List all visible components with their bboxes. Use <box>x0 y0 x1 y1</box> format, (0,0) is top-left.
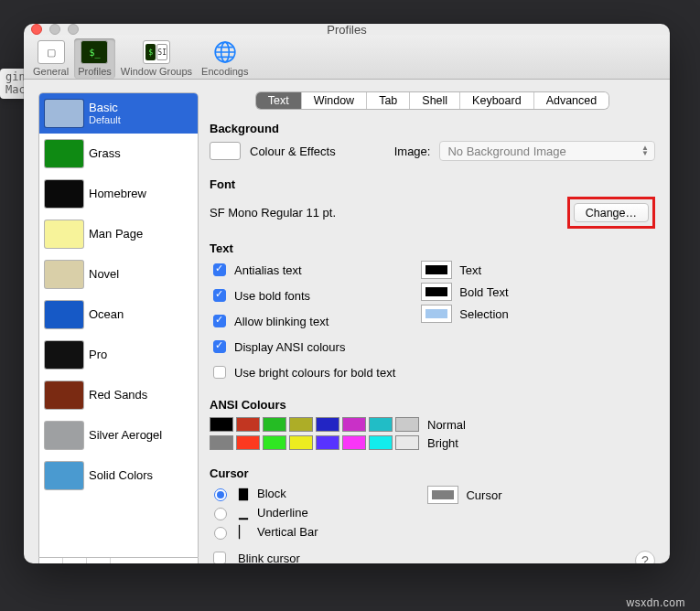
profile-item-pro[interactable]: Pro <box>39 335 198 375</box>
window-title: Profiles <box>24 24 670 37</box>
profiles-window: Profiles ▢ General $_ Profiles $SI Windo… <box>24 24 670 563</box>
ansi-colours-checkbox[interactable] <box>213 340 226 353</box>
ansi-colours-section: ANSI Colours Normal Bright <box>210 398 655 454</box>
tab-window[interactable]: Window <box>302 92 367 109</box>
profile-thumb <box>45 301 83 328</box>
background-colour-well[interactable] <box>210 142 241 160</box>
profile-item-basic[interactable]: BasicDefault <box>39 93 198 134</box>
background-section: Background Colour & Effects Image: No Ba… <box>210 122 655 165</box>
toolbar-encodings[interactable]: Encodings <box>198 38 252 79</box>
ansi-swatch[interactable] <box>236 435 260 450</box>
ansi-label: Display ANSI colours <box>234 340 345 354</box>
tab-keyboard[interactable]: Keyboard <box>460 92 534 109</box>
settings-panel: TextWindowTabShellKeyboardAdvanced Backg… <box>210 92 655 563</box>
bright-bold-checkbox[interactable] <box>213 366 226 379</box>
ansi-swatch[interactable] <box>263 435 286 450</box>
bright-bold-label: Use bright colours for bold text <box>234 366 395 380</box>
tab-advanced[interactable]: Advanced <box>534 92 609 109</box>
blinking-checkbox[interactable] <box>213 315 226 327</box>
bold-colour-well[interactable] <box>421 283 452 301</box>
ansi-swatch[interactable] <box>316 417 339 432</box>
profile-item-red-sands[interactable]: Red Sands <box>39 375 198 415</box>
profile-name: Basic <box>89 102 121 114</box>
profiles-list[interactable]: BasicDefault Grass Homebrew Man Page Nov… <box>38 92 199 558</box>
profile-item-man-page[interactable]: Man Page <box>39 214 198 254</box>
cursor-section: Cursor ▇Block ▁Underline ▏Vertical Bar B… <box>210 466 655 563</box>
toolbar-general-label: General <box>33 66 69 77</box>
ansi-swatch[interactable] <box>369 417 393 432</box>
profile-item-homebrew[interactable]: Homebrew <box>39 174 198 214</box>
profile-thumb <box>45 381 83 409</box>
profile-thumb <box>45 261 83 288</box>
ansi-row-label: Normal <box>427 418 466 432</box>
ansi-swatch[interactable] <box>289 435 313 450</box>
profile-name: Novel <box>89 268 119 281</box>
text-colour-well[interactable] <box>421 261 452 279</box>
font-heading: Font <box>210 177 655 191</box>
background-image-select[interactable]: No Background Image ▲▼ <box>439 141 655 161</box>
profile-item-silver-aerogel[interactable]: Silver Aerogel <box>39 415 198 456</box>
profiles-sidebar: BasicDefault Grass Homebrew Man Page Nov… <box>38 92 199 563</box>
ansi-swatch[interactable] <box>395 417 419 432</box>
ansi-swatch[interactable] <box>289 417 313 432</box>
profile-thumb <box>45 100 83 127</box>
help-button[interactable]: ? <box>635 551 655 563</box>
text-section: Text Antialias text Use bold fonts Allow… <box>210 241 655 385</box>
toolbar-profiles[interactable]: $_ Profiles <box>74 38 115 79</box>
image-label: Image: <box>394 145 431 158</box>
colour-effects-label: Colour & Effects <box>250 145 336 158</box>
cursor-underline-radio[interactable] <box>214 508 227 520</box>
toolbar-window-groups[interactable]: $SI Window Groups <box>117 38 196 79</box>
antialias-checkbox[interactable] <box>213 263 226 276</box>
vbar-label: Vertical Bar <box>257 525 318 539</box>
bold-fonts-checkbox[interactable] <box>213 289 226 302</box>
profile-name: Ocean <box>89 308 124 321</box>
bold-colour-label: Bold Text <box>459 285 508 299</box>
text-colour-label: Text <box>459 263 481 277</box>
profile-sub: Default <box>89 114 121 125</box>
toolbar-groups-label: Window Groups <box>121 66 192 77</box>
ansi-swatch[interactable] <box>395 435 419 450</box>
cursor-heading: Cursor <box>210 466 655 480</box>
remove-profile-button[interactable]: － <box>63 558 87 563</box>
profile-actions-menu[interactable]: ✱▾ <box>87 558 111 563</box>
cursor-colour-well[interactable] <box>427 486 458 504</box>
toolbar-general[interactable]: ▢ General <box>29 38 72 79</box>
toolbar-encodings-label: Encodings <box>201 66 248 77</box>
tab-tab[interactable]: Tab <box>367 92 410 109</box>
ansi-swatch[interactable] <box>263 417 286 432</box>
ansi-swatch[interactable] <box>316 435 339 450</box>
profiles-icon: $_ <box>81 40 108 64</box>
ansi-swatch[interactable] <box>210 417 233 432</box>
add-profile-button[interactable]: ＋ <box>39 558 63 563</box>
cursor-vbar-radio[interactable] <box>214 527 227 540</box>
change-font-button[interactable]: Change… <box>574 203 649 222</box>
font-description: SF Mono Regular 11 pt. <box>210 206 336 220</box>
ansi-swatch[interactable] <box>342 417 366 432</box>
ansi-swatch[interactable] <box>369 435 393 450</box>
profile-item-novel[interactable]: Novel <box>39 254 198 295</box>
profile-item-grass[interactable]: Grass <box>39 134 198 174</box>
ansi-swatch[interactable] <box>236 417 260 432</box>
underline-label: Underline <box>257 506 308 520</box>
vbar-icon: ▏ <box>239 525 248 539</box>
settings-tabs: TextWindowTabShellKeyboardAdvanced <box>210 92 655 109</box>
cursor-block-radio[interactable] <box>214 488 227 501</box>
profile-thumb <box>45 220 83 248</box>
profile-name: Pro <box>89 348 107 361</box>
tab-shell[interactable]: Shell <box>410 92 460 109</box>
tab-text[interactable]: Text <box>256 92 302 109</box>
profile-name: Solid Colors <box>89 469 153 482</box>
ansi-swatch[interactable] <box>210 435 233 450</box>
profile-thumb <box>45 180 83 208</box>
selection-colour-well[interactable] <box>421 305 452 323</box>
ansi-swatch[interactable] <box>342 435 366 450</box>
chevron-updown-icon: ▲▼ <box>641 145 649 156</box>
block-label: Block <box>257 487 286 500</box>
default-button[interactable]: Default <box>111 558 198 563</box>
profile-item-ocean[interactable]: Ocean <box>39 295 198 335</box>
profile-name: Silver Aerogel <box>89 429 162 442</box>
profile-item-solid-colors[interactable]: Solid Colors <box>39 456 198 496</box>
blink-cursor-checkbox[interactable] <box>213 552 226 563</box>
text-heading: Text <box>210 241 655 255</box>
